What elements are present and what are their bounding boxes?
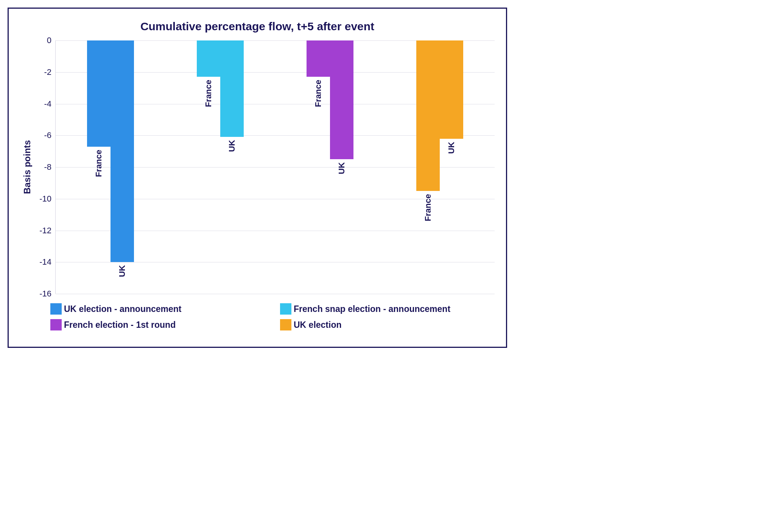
bar-wrap: France bbox=[87, 40, 111, 294]
bar-label: UK bbox=[117, 265, 127, 277]
bar-label: UK bbox=[227, 140, 237, 152]
legend-label: UK election bbox=[294, 320, 342, 330]
bar-wrap: UK bbox=[440, 40, 463, 294]
y-tick: -6 bbox=[44, 130, 51, 140]
bar bbox=[330, 40, 353, 159]
bar-wrap: UK bbox=[330, 40, 353, 294]
y-tick: -14 bbox=[39, 257, 51, 267]
legend-label: French snap election - announcement bbox=[294, 304, 450, 314]
legend-item: UK election - announcement bbox=[50, 303, 265, 315]
bar bbox=[440, 40, 463, 139]
y-axis-label: Basis points bbox=[20, 40, 34, 294]
legend-item: French snap election - announcement bbox=[280, 303, 495, 315]
bar-wrap: UK bbox=[111, 40, 134, 294]
y-tick: 0 bbox=[47, 36, 51, 45]
y-tick: -12 bbox=[39, 226, 51, 236]
legend: UK election - announcementFrench snap el… bbox=[20, 303, 495, 330]
bar-wrap: France bbox=[197, 40, 220, 294]
bar bbox=[416, 40, 440, 191]
legend-label: French election - 1st round bbox=[64, 320, 176, 330]
bars-layer: FranceUKFranceUKFranceUKFranceUK bbox=[56, 40, 495, 294]
bar-wrap: France bbox=[416, 40, 440, 294]
y-axis: 0-2-4-6-8-10-12-14-16 bbox=[34, 40, 55, 294]
bar-label: France bbox=[423, 194, 433, 221]
bar bbox=[197, 40, 220, 77]
legend-item: UK election bbox=[280, 319, 495, 330]
bar-label: France bbox=[313, 80, 323, 107]
bar bbox=[111, 40, 134, 262]
plot-area: FranceUKFranceUKFranceUKFranceUK bbox=[55, 40, 495, 294]
y-tick: -4 bbox=[44, 99, 51, 109]
bar bbox=[307, 40, 330, 77]
bar-label: France bbox=[204, 80, 213, 107]
bar-group: FranceUK bbox=[385, 40, 495, 294]
chart-container: Cumulative percentage flow, t+5 after ev… bbox=[8, 8, 507, 348]
legend-swatch bbox=[50, 319, 62, 330]
bar-group: FranceUK bbox=[165, 40, 275, 294]
bar-label: France bbox=[94, 150, 104, 177]
bar-label: UK bbox=[337, 162, 347, 174]
bar-group: FranceUK bbox=[275, 40, 385, 294]
legend-item: French election - 1st round bbox=[50, 319, 265, 330]
y-tick: -16 bbox=[39, 289, 51, 299]
bar bbox=[87, 40, 111, 147]
y-tick: -10 bbox=[39, 194, 51, 204]
y-tick: -8 bbox=[44, 162, 51, 172]
bar-group: FranceUK bbox=[56, 40, 165, 294]
chart-title: Cumulative percentage flow, t+5 after ev… bbox=[20, 20, 495, 33]
legend-swatch bbox=[50, 303, 62, 315]
legend-label: UK election - announcement bbox=[64, 304, 182, 314]
legend-swatch bbox=[280, 319, 291, 330]
grid-line bbox=[56, 294, 495, 294]
bar-wrap: UK bbox=[220, 40, 244, 294]
y-tick: -2 bbox=[44, 67, 51, 77]
chart-body: Basis points 0-2-4-6-8-10-12-14-16 Franc… bbox=[20, 40, 495, 294]
bar-wrap: France bbox=[307, 40, 330, 294]
bar bbox=[220, 40, 244, 137]
bar-label: UK bbox=[447, 142, 456, 154]
legend-swatch bbox=[280, 303, 291, 315]
